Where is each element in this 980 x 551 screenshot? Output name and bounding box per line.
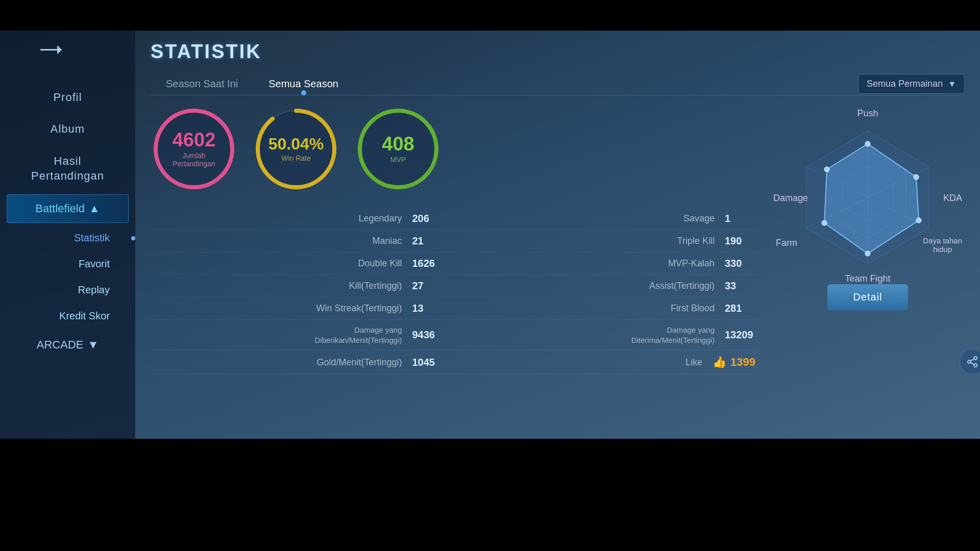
circle-winrate-text: 50.04% Win Rate: [268, 136, 324, 162]
main-content: STATISTIK Season Saat Ini Semua Season S…: [135, 31, 980, 439]
stats-row-1: Legendary 206 Savage 1: [151, 208, 755, 230]
stats-half-left-1: Legendary 206: [151, 213, 443, 224]
battlefield-label: Battlefield: [35, 202, 85, 215]
stat-mvpkalah-value: 330: [725, 258, 755, 269]
svg-point-17: [822, 220, 827, 226]
svg-point-18: [824, 167, 829, 172]
thumbs-up-icon: 👍: [713, 356, 726, 369]
stats-content: 4602 JumlahPertandingan 50.04% Win Rate: [151, 106, 965, 374]
stat-firstblood-label: First Blood: [463, 303, 715, 314]
stats-row-2: Maniac 21 Triple Kill 190: [151, 230, 755, 253]
stat-dmgreceived-label: Damage yangDiterima/Menit(Tertinggi): [463, 325, 715, 345]
svg-point-20: [968, 360, 971, 363]
stat-doublekill-label: Double Kill: [151, 258, 402, 269]
tab-semua-season[interactable]: Semua Season: [253, 73, 354, 95]
sidebar-item-favorit[interactable]: Favorit: [0, 251, 135, 277]
stats-half-right-6: Damage yangDiterima/Menit(Tertinggi) 132…: [443, 325, 756, 345]
radar-area: Push Damage KDA Farm Daya tahanhidup Tea…: [771, 106, 965, 374]
back-arrow-icon: ⭠: [39, 37, 63, 65]
svg-point-15: [916, 218, 921, 223]
top-bar: [0, 0, 980, 31]
stats-half-right-7: Like 👍 1399: [443, 356, 756, 369]
sidebar: Profil Album HasilPertandingan Battlefie…: [0, 31, 135, 439]
svg-point-13: [865, 141, 870, 146]
stat-triplekill-label: Triple Kill: [463, 236, 715, 246]
stat-like-value-row: 👍 1399: [713, 356, 755, 369]
circle-winrate: 50.04% Win Rate: [253, 106, 339, 192]
circle-mvp: 408 MVP: [355, 106, 442, 192]
svg-line-23: [971, 359, 974, 361]
stats-table: Legendary 206 Savage 1 Maniac 21 Tr: [151, 208, 755, 374]
stats-row-7: Gold/Menit(Tertinggi) 1045 Like 👍 1399: [151, 350, 755, 374]
radar-wrapper: Push Damage KDA Farm Daya tahanhidup Tea…: [771, 106, 965, 299]
stat-goldmenit-label: Gold/Menit(Tertinggi): [151, 357, 402, 368]
stats-half-left-5: Win Streak(Tertinggi) 13: [151, 303, 443, 314]
share-icon: [966, 356, 978, 368]
battlefield-expand-icon: ▲: [89, 202, 100, 215]
svg-point-14: [914, 174, 919, 180]
sidebar-item-hasil[interactable]: HasilPertandingan: [0, 145, 135, 192]
stat-assist-value: 33: [725, 280, 755, 292]
tabs-row: Season Saat Ini Semua Season Semua Perma…: [151, 73, 965, 95]
radar-label-teamfight: Team Fight: [845, 273, 890, 284]
radar-chart-svg: [786, 121, 949, 274]
sidebar-item-replay[interactable]: Replay: [0, 277, 135, 303]
stat-legendary-label: Legendary: [151, 213, 402, 224]
sidebar-nav: Profil Album HasilPertandingan Battlefie…: [0, 82, 135, 361]
stats-half-right-4: Assist(Tertinggi) 33: [443, 280, 756, 292]
svg-point-21: [974, 364, 977, 367]
dropdown-label: Semua Permainan: [867, 79, 943, 89]
sidebar-group-arcade[interactable]: ARCADE ▼: [7, 331, 129, 359]
stat-kill-label: Kill(Tertinggi): [151, 281, 402, 291]
svg-point-16: [865, 251, 870, 256]
stat-firstblood-value: 281: [725, 303, 755, 314]
circle-mvp-text: 408 MVP: [382, 134, 414, 164]
circle-winrate-label: Win Rate: [268, 154, 324, 162]
stats-half-left-2: Maniac 21: [151, 235, 443, 247]
circle-mvp-label: MVP: [382, 156, 414, 164]
stats-half-right-2: Triple Kill 190: [443, 235, 756, 247]
stat-triplekill-value: 190: [725, 235, 755, 247]
tabs-left: Season Saat Ini Semua Season: [151, 73, 354, 95]
page-title: STATISTIK: [151, 41, 965, 63]
stats-half-left-3: Double Kill 1626: [151, 258, 443, 269]
stats-half-right-1: Savage 1: [443, 213, 756, 224]
stat-savage-value: 1: [725, 213, 755, 224]
circle-pertandingan-value: 4602: [173, 130, 216, 149]
back-button[interactable]: ⭠: [31, 31, 71, 71]
sidebar-item-album[interactable]: Album: [0, 113, 135, 145]
stat-legendary-value: 206: [412, 213, 443, 224]
sidebar-item-profil[interactable]: Profil: [0, 82, 135, 113]
stats-half-left-6: Damage yangDiberikan/Menit(Tertinggi) 94…: [151, 325, 443, 345]
radar-label-push: Push: [857, 108, 878, 119]
stats-left: 4602 JumlahPertandingan 50.04% Win Rate: [151, 106, 755, 374]
circle-pertandingan-label: JumlahPertandingan: [173, 152, 216, 168]
dropdown-filter[interactable]: Semua Permainan ▼: [858, 74, 965, 94]
circle-pertandingan: 4602 JumlahPertandingan: [151, 106, 237, 192]
svg-line-22: [971, 363, 974, 365]
stats-half-right-5: First Blood 281: [443, 303, 756, 314]
stats-half-right-3: MVP-Kalah 330: [443, 258, 756, 269]
stat-mvpkalah-label: MVP-Kalah: [463, 258, 715, 269]
stat-maniac-label: Maniac: [151, 236, 402, 246]
stat-assist-label: Assist(Tertinggi): [463, 281, 715, 291]
tab-season-ini[interactable]: Season Saat Ini: [151, 73, 253, 95]
sidebar-group-battlefield[interactable]: Battlefield ▲: [7, 194, 129, 223]
stat-dmgreceived-value: 13209: [725, 329, 755, 341]
stats-row-6: Damage yangDiberikan/Menit(Tertinggi) 94…: [151, 320, 755, 350]
circle-winrate-value: 50.04%: [268, 136, 324, 152]
sidebar-item-kredit[interactable]: Kredit Skor: [0, 303, 135, 329]
stats-row-3: Double Kill 1626 MVP-Kalah 330: [151, 253, 755, 275]
stat-winstreak-value: 13: [412, 303, 443, 314]
stat-kill-value: 27: [412, 280, 443, 292]
sidebar-item-statistik[interactable]: Statistik: [0, 225, 135, 251]
stat-like-label: Like: [463, 357, 703, 368]
stat-goldmenit-value: 1045: [412, 357, 443, 368]
stat-maniac-value: 21: [412, 235, 443, 247]
share-button[interactable]: [960, 349, 980, 374]
circle-mvp-value: 408: [382, 134, 414, 154]
stats-row-5: Win Streak(Tertinggi) 13 First Blood 281: [151, 297, 755, 320]
stat-dmggiven-label: Damage yangDiberikan/Menit(Tertinggi): [151, 325, 402, 345]
stats-row-4: Kill(Tertinggi) 27 Assist(Tertinggi) 33: [151, 275, 755, 297]
arcade-label: ARCADE: [37, 338, 84, 352]
